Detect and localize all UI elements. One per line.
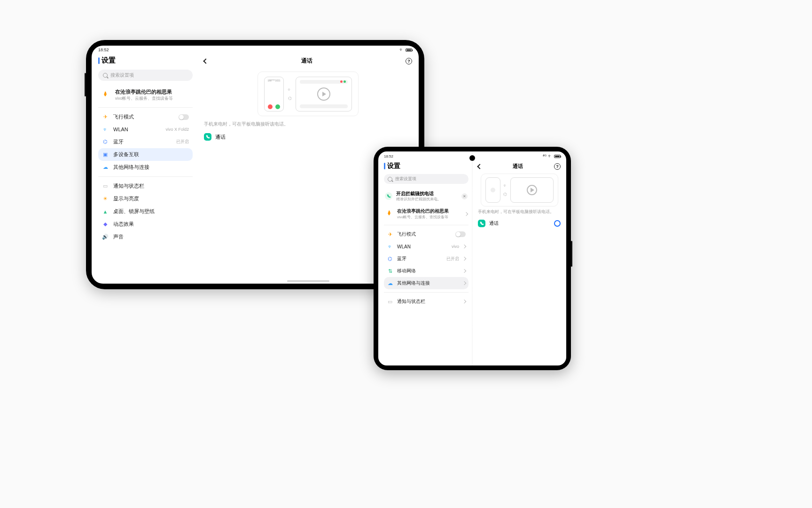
- sidebar-item-multi-device[interactable]: ▣ 多设备互联: [98, 148, 193, 161]
- demo-illustration[interactable]: ᯤ⌬: [481, 174, 558, 206]
- detail-pane: 通话 ? ᯤ⌬ 手机来电时，可在平板电脑接听该电话。 通话: [472, 161, 566, 365]
- sidebar-item-sound[interactable]: 🔊 声音: [98, 230, 193, 243]
- status-time: 18:52: [384, 154, 393, 159]
- notification-icon: ▭: [387, 298, 393, 305]
- sidebar-item-other-network[interactable]: ☁ 其他网络与连接: [384, 277, 468, 289]
- page-title: 设置: [98, 56, 193, 65]
- illus-tablet-icon: [510, 177, 554, 203]
- divider: [98, 176, 193, 177]
- sidebar-item-notification[interactable]: ▭ 通知与状态栏: [384, 295, 468, 308]
- globe-icon: ☁: [387, 280, 393, 286]
- sidebar-item-bluetooth[interactable]: ⌬ 蓝牙 已开启: [384, 253, 468, 265]
- play-icon[interactable]: [527, 185, 537, 195]
- illus-connection-icon: ᯤ⌬: [503, 183, 508, 197]
- search-icon: [103, 73, 108, 78]
- row-meta: vivo X Fold2: [165, 127, 189, 132]
- row-meta: 已开启: [176, 139, 189, 145]
- chevron-right-icon: [462, 257, 466, 261]
- wifi-row-icon: ᯤ: [387, 243, 393, 250]
- foldable-device-frame: 18:52 ⁴ᴳ ᯤ 设置 搜索设置项 开启拦截骚扰电话 精准识别并拦截骚扰来电…: [374, 147, 571, 370]
- chevron-right-icon: [462, 281, 466, 285]
- loading-spinner-icon: [554, 220, 561, 227]
- airplane-icon: ✈: [102, 114, 109, 120]
- row-label: 通知与状态栏: [397, 298, 459, 305]
- sidebar-item-airplane[interactable]: ✈ 飞行模式: [98, 111, 193, 123]
- row-label: 其他网络与连接: [397, 280, 459, 286]
- row-label: WLAN: [397, 244, 448, 249]
- account-row[interactable]: 在沧浪亭跳伦巴的相思果 vivo帐号、云服务、查找设备等: [384, 206, 468, 222]
- brightness-icon: ☀: [102, 196, 109, 202]
- page-title: 设置: [384, 162, 468, 170]
- sidebar-item-notification[interactable]: ▭ 通知与状态栏: [98, 180, 193, 192]
- sidebar-item-wlan[interactable]: ᯤ WLAN vivo X Fold2: [98, 123, 193, 135]
- play-icon[interactable]: [317, 87, 330, 101]
- motion-icon: ◆: [102, 221, 109, 228]
- call-setting-row[interactable]: 通话: [204, 133, 412, 141]
- detail-title: 通话: [513, 163, 523, 170]
- search-placeholder: 搜索设置项: [395, 176, 416, 182]
- illus-connection-icon: ᯤ⌬: [288, 87, 292, 101]
- row-label: 多设备互联: [113, 151, 189, 158]
- signal-icon: ⁴ᴳ ᯤ: [543, 154, 552, 159]
- front-camera: [469, 155, 475, 161]
- search-input[interactable]: 搜索设置项: [98, 70, 193, 81]
- row-label: 声音: [113, 233, 189, 240]
- row-meta: vivo: [452, 244, 459, 249]
- airplane-toggle[interactable]: [455, 231, 466, 237]
- illus-tablet-icon: [296, 77, 352, 111]
- wallpaper-icon: ▲: [102, 208, 109, 215]
- feature-description: 手机来电时，可在平板电脑接听该电话。: [204, 121, 412, 127]
- row-label: 移动网络: [397, 268, 459, 274]
- avatar-icon: [100, 90, 110, 100]
- chevron-right-icon: [462, 300, 466, 303]
- row-label: 动态效果: [113, 221, 189, 228]
- sidebar-item-desktop[interactable]: ▲ 桌面、锁屏与壁纸: [98, 205, 193, 218]
- row-label: 通知与状态栏: [113, 183, 189, 190]
- row-label: 其他网络与连接: [113, 164, 189, 171]
- sidebar-item-motion[interactable]: ◆ 动态效果: [98, 218, 193, 230]
- account-sub: vivo帐号、云服务、查找设备等: [397, 215, 461, 220]
- row-label: 显示与亮度: [113, 195, 189, 202]
- settings-list: 设置 搜索设置项 在沧浪亭跳伦巴的相思果 vivo帐号、云服务、查找设备等: [92, 54, 197, 284]
- illus-phone-icon: [485, 177, 500, 203]
- help-button[interactable]: ?: [406, 58, 412, 64]
- spam-block-banner[interactable]: 开启拦截骚扰电话 精准识别并拦截骚扰来电。 ✕: [384, 189, 468, 204]
- call-label: 通话: [489, 220, 499, 227]
- airplane-toggle[interactable]: [179, 114, 189, 120]
- help-button[interactable]: ?: [554, 163, 561, 170]
- row-label: 飞行模式: [113, 113, 174, 120]
- call-label: 通话: [215, 134, 226, 141]
- close-icon[interactable]: ✕: [461, 193, 468, 199]
- sound-icon: 🔊: [102, 234, 109, 240]
- back-button[interactable]: [477, 164, 482, 169]
- banner-sub: 精准识别并拦截骚扰来电。: [396, 197, 458, 202]
- search-input[interactable]: 搜索设置项: [384, 174, 468, 184]
- sidebar-item-other-network[interactable]: ☁ 其他网络与连接: [98, 161, 193, 174]
- call-setting-row[interactable]: 通话: [478, 220, 561, 227]
- row-label: 蓝牙: [397, 255, 443, 262]
- wifi-row-icon: ᯤ: [102, 126, 109, 133]
- wifi-icon: ᯤ: [399, 48, 404, 52]
- notification-icon: ▭: [102, 183, 109, 190]
- back-button[interactable]: [203, 58, 208, 64]
- account-row[interactable]: 在沧浪亭跳伦巴的相思果 vivo帐号、云服务、查找设备等: [98, 86, 193, 104]
- shield-icon: [385, 192, 392, 200]
- hinge-line: [472, 151, 473, 365]
- detail-title: 通话: [301, 57, 312, 65]
- sidebar-item-display[interactable]: ☀ 显示与亮度: [98, 192, 193, 205]
- row-meta: 已开启: [446, 256, 459, 262]
- chevron-right-icon: [462, 245, 466, 248]
- home-indicator[interactable]: [287, 280, 329, 282]
- row-label: WLAN: [113, 127, 161, 132]
- sidebar-item-airplane[interactable]: ✈ 飞行模式: [384, 228, 468, 240]
- search-icon: [388, 177, 392, 182]
- sidebar-item-mobile[interactable]: ⇅ 移动网络: [384, 265, 468, 277]
- bluetooth-icon: ⌬: [102, 139, 109, 145]
- bluetooth-icon: ⌬: [387, 255, 393, 262]
- sidebar-item-bluetooth[interactable]: ⌬ 蓝牙 已开启: [98, 135, 193, 148]
- divider: [384, 292, 468, 293]
- account-name: 在沧浪亭跳伦巴的相思果: [397, 208, 461, 214]
- sidebar-item-wlan[interactable]: ᯤ WLAN vivo: [384, 240, 468, 253]
- demo-illustration[interactable]: 188****1021 ᯤ⌬: [258, 71, 359, 116]
- row-label: 蓝牙: [113, 138, 172, 145]
